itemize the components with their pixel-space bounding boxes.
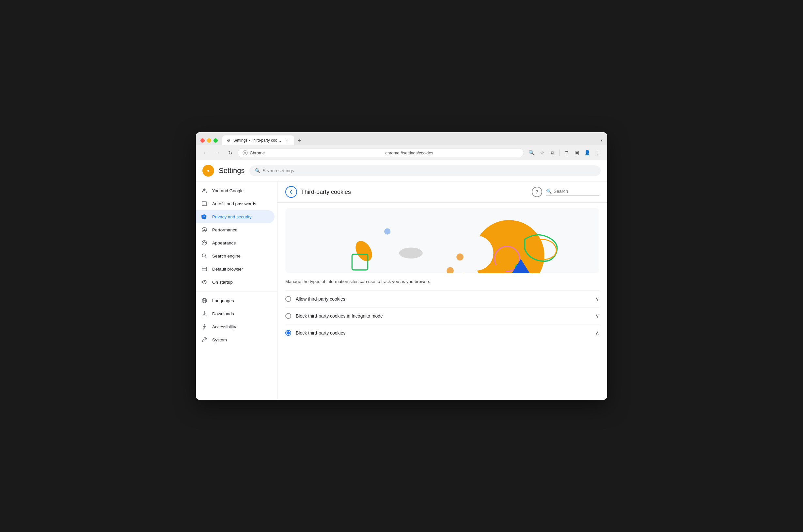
tab-dropdown-button[interactable]: ▾ [600, 138, 603, 142]
svg-line-9 [204, 229, 205, 230]
zoom-button[interactable]: 🔍 [527, 148, 536, 158]
download-icon [201, 310, 208, 317]
svg-point-32 [352, 238, 376, 264]
sidebar-toggle-button[interactable]: ▣ [572, 148, 582, 158]
sidebar-label-you-and-google: You and Google [212, 188, 244, 193]
options-list: Allow third-party cookies ∨ Block third-… [278, 290, 607, 341]
search-settings-input[interactable] [263, 168, 596, 173]
tab-title: Settings - Third-party cooki... [233, 138, 282, 142]
sidebar-label-system: System [212, 338, 227, 342]
toolbar: ← → ↻ Chrome chrome://settings/cookies 🔍… [196, 145, 607, 160]
close-button[interactable] [200, 138, 205, 142]
page-header-left: Third-party cookies [285, 186, 351, 198]
sidebar-label-accessibility: Accessibility [212, 324, 236, 329]
sidebar-item-autofill[interactable]: Autofill and passwords [196, 197, 274, 210]
tab-close-button[interactable]: × [284, 138, 289, 143]
svg-point-35 [456, 253, 463, 261]
reload-button[interactable]: ↻ [225, 148, 235, 158]
accessibility-icon [201, 323, 208, 330]
sidebar-item-languages[interactable]: Languages [196, 294, 274, 307]
bookmark-button[interactable]: ☆ [537, 148, 547, 158]
page-back-button[interactable] [285, 186, 297, 198]
svg-point-13 [205, 242, 206, 243]
sidebar-label-privacy: Privacy and security [212, 214, 252, 219]
badge-icon [201, 201, 208, 207]
search-icon [201, 253, 208, 259]
svg-line-29 [204, 328, 205, 329]
sidebar-item-you-and-google[interactable]: You and Google [196, 184, 274, 197]
back-button[interactable]: ← [200, 148, 210, 158]
help-button[interactable]: ? [532, 187, 542, 197]
option-block[interactable]: Block third-party cookies ∧ [285, 324, 599, 341]
sidebar-item-performance[interactable]: Performance [196, 223, 274, 236]
sidebar-item-search-engine[interactable]: Search engine [196, 249, 274, 262]
minimize-button[interactable] [207, 138, 211, 142]
radio-allow[interactable] [285, 296, 291, 302]
active-tab[interactable]: ⚙ Settings - Third-party cooki... × [222, 135, 294, 145]
option-allow[interactable]: Allow third-party cookies ∨ [285, 290, 599, 307]
svg-point-25 [204, 324, 205, 326]
new-tab-button[interactable]: + [295, 136, 304, 145]
shield-icon [201, 213, 208, 220]
tabs-area: ⚙ Settings - Third-party cooki... × + [222, 135, 598, 145]
description-text: Manage the types of information sites ca… [278, 279, 607, 290]
page-search-bar[interactable]: 🔍 [546, 189, 599, 195]
svg-point-14 [203, 254, 206, 257]
radio-block-incognito[interactable] [285, 313, 291, 319]
page-search-input[interactable] [554, 189, 599, 194]
profile-button[interactable]: 👤 [582, 148, 592, 158]
toolbar-actions: 🔍 ☆ ⧉ ⚗ ▣ 👤 ⋮ [527, 148, 603, 158]
settings-container: You and Google Autofill and passwords Pr… [196, 182, 607, 400]
option-block-incognito-left: Block third-party cookies in Incognito m… [285, 313, 383, 319]
menu-button[interactable]: ⋮ [593, 148, 603, 158]
option-block-incognito-chevron-icon: ∨ [595, 313, 599, 319]
sidebar-item-privacy[interactable]: Privacy and security [196, 210, 274, 223]
option-allow-chevron-icon: ∨ [595, 296, 599, 302]
sidebar-item-on-startup[interactable]: On startup [196, 276, 274, 288]
back-arrow-icon [289, 189, 294, 194]
svg-point-11 [203, 242, 204, 243]
page-title: Third-party cookies [301, 189, 351, 195]
forward-button[interactable]: → [213, 148, 223, 158]
power-icon [201, 279, 208, 285]
option-block-label: Block third-party cookies [296, 330, 346, 336]
url-prefix: Chrome [250, 150, 384, 155]
search-settings-bar[interactable]: 🔍 [249, 166, 601, 176]
sidebar-item-default-browser[interactable]: Default browser [196, 262, 274, 276]
tab-favicon: ⚙ [227, 138, 231, 142]
svg-line-15 [205, 257, 207, 259]
wrench-icon [201, 337, 208, 343]
page-header-bar: Third-party cookies ? 🔍 [278, 182, 607, 203]
search-settings-icon: 🔍 [255, 168, 260, 173]
option-block-chevron-icon: ∧ [595, 330, 599, 336]
maximize-button[interactable] [213, 138, 218, 142]
gauge-icon [201, 227, 208, 233]
svg-point-10 [202, 241, 207, 245]
svg-point-34 [458, 235, 493, 270]
settings-page-title: Settings [219, 167, 245, 175]
chrome-logo-icon [243, 150, 248, 155]
title-bar: ⚙ Settings - Third-party cooki... × + ▾ [196, 132, 607, 145]
page-search-icon: 🔍 [546, 189, 552, 194]
sidebar-item-accessibility[interactable]: Accessibility [196, 320, 274, 333]
option-allow-label: Allow third-party cookies [296, 296, 345, 302]
svg-point-1 [244, 152, 246, 154]
sidebar-label-performance: Performance [212, 227, 237, 232]
address-bar[interactable]: Chrome chrome://settings/cookies [237, 148, 524, 157]
sidebar-item-downloads[interactable]: Downloads [196, 307, 274, 320]
svg-point-3 [207, 170, 209, 172]
sidebar-item-appearance[interactable]: Appearance [196, 236, 274, 249]
extension-button[interactable]: ⧉ [548, 148, 557, 158]
radio-block[interactable] [285, 330, 291, 336]
sidebar-label-appearance: Appearance [212, 241, 236, 245]
globe-icon [201, 297, 208, 304]
settings-logo [203, 165, 214, 176]
sidebar-item-system[interactable]: System [196, 333, 274, 346]
svg-rect-16 [202, 267, 207, 271]
sidebar-label-default-browser: Default browser [212, 267, 243, 271]
lab-button[interactable]: ⚗ [561, 148, 571, 158]
svg-point-12 [204, 242, 205, 243]
option-block-incognito[interactable]: Block third-party cookies in Incognito m… [285, 307, 599, 324]
sidebar-label-on-startup: On startup [212, 280, 233, 285]
toolbar-divider [559, 150, 559, 156]
